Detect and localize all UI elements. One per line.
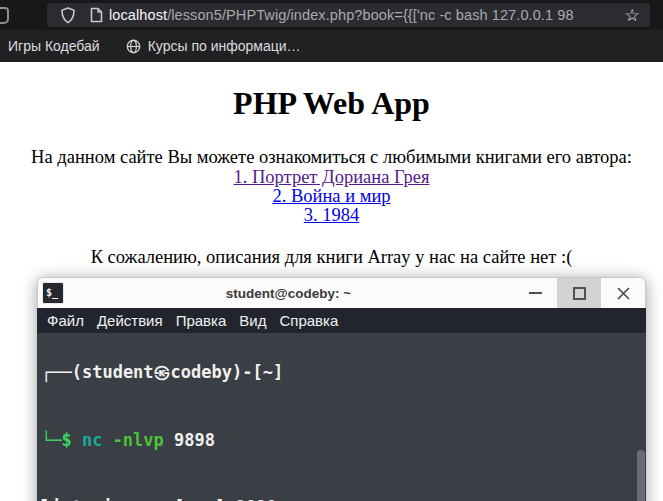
page-title: PHP Web App bbox=[0, 84, 663, 122]
terminal-command-line: └─$nc-nlvp9898 bbox=[41, 429, 642, 452]
command-arg: 9898 bbox=[174, 430, 215, 450]
book-link-2[interactable]: 2. Война и мир bbox=[0, 187, 663, 206]
maximize-button[interactable] bbox=[557, 278, 601, 308]
command-flags: -nlvp bbox=[113, 430, 164, 450]
page-info-icon[interactable] bbox=[83, 7, 109, 23]
url-path: /lesson5/PHPTwig/index.php?book={{['nc -… bbox=[167, 7, 573, 23]
prompt-symbol: └─$ bbox=[41, 430, 72, 450]
terminal-titlebar[interactable]: $_ student@codeby: ~ bbox=[37, 277, 646, 308]
terminal-line: listening on [any] 9898 ... bbox=[41, 496, 642, 501]
terminal-line-prompt1: ┌──(student㉿codeby)-[~] bbox=[41, 361, 642, 384]
error-message: К сожалению, описания для книги Array у … bbox=[0, 246, 663, 268]
command-name: nc bbox=[82, 430, 102, 450]
terminal-scrollbar[interactable] bbox=[637, 450, 645, 501]
url-host: localhost bbox=[109, 7, 167, 23]
menu-help[interactable]: Справка bbox=[279, 312, 338, 329]
menu-actions[interactable]: Действия bbox=[97, 312, 163, 329]
cutoff-extension-icon bbox=[0, 7, 9, 24]
bookmark-star-icon[interactable]: ☆ bbox=[621, 5, 643, 25]
minimize-icon bbox=[529, 292, 542, 294]
url-text[interactable]: localhost/lesson5/PHPTwig/index.php?book… bbox=[109, 7, 650, 23]
terminal-title: student@codeby: ~ bbox=[64, 286, 513, 301]
minimize-button[interactable] bbox=[513, 278, 557, 308]
bookmarks-bar: Игры Кодебай Курсы по информаци… bbox=[0, 30, 663, 62]
book-link-1[interactable]: 1. Портрет Дориана Грея bbox=[0, 168, 663, 187]
bookmark-label: Игры Кодебай bbox=[8, 38, 100, 54]
book-link-3[interactable]: 3. 1984 bbox=[0, 206, 663, 225]
page-intro: На данном сайте Вы можете ознакомиться с… bbox=[0, 146, 663, 168]
address-bar[interactable]: localhost/lesson5/PHPTwig/index.php?book… bbox=[47, 3, 650, 27]
menu-view[interactable]: Вид bbox=[239, 312, 266, 329]
book-links: 1. Портрет Дориана Грея 2. Война и мир 3… bbox=[0, 168, 663, 225]
terminal-app-icon: $_ bbox=[42, 282, 64, 304]
window-controls bbox=[513, 278, 645, 308]
menu-edit[interactable]: Правка bbox=[176, 312, 227, 329]
menu-file[interactable]: Файл bbox=[47, 312, 84, 329]
maximize-icon bbox=[573, 287, 586, 300]
globe-icon bbox=[126, 39, 141, 54]
bookmark-item-courses[interactable]: Курсы по информаци… bbox=[126, 38, 301, 54]
terminal-window: $_ student@codeby: ~ Файл Действия Правк… bbox=[37, 277, 646, 501]
terminal-output[interactable]: ┌──(student㉿codeby)-[~] └─$nc-nlvp9898 l… bbox=[37, 333, 646, 501]
browser-toolbar: localhost/lesson5/PHPTwig/index.php?book… bbox=[0, 0, 663, 30]
close-button[interactable] bbox=[601, 278, 645, 308]
close-icon bbox=[616, 286, 631, 301]
terminal-menubar: Файл Действия Правка Вид Справка bbox=[37, 308, 646, 333]
shield-icon[interactable] bbox=[53, 7, 83, 24]
bookmark-label: Курсы по информаци… bbox=[148, 38, 301, 54]
web-page: PHP Web App На данном сайте Вы можете оз… bbox=[0, 62, 663, 268]
bookmark-item-games[interactable]: Игры Кодебай bbox=[8, 38, 100, 54]
